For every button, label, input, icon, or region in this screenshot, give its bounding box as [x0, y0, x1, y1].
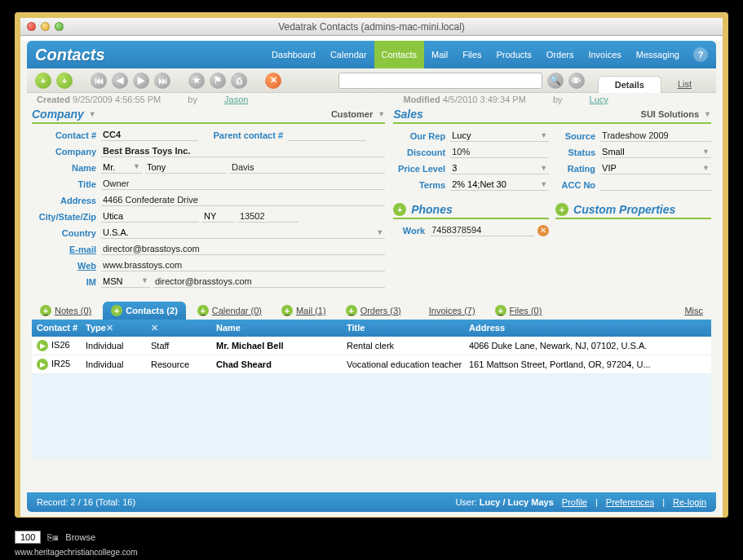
price-level-field[interactable]: 3▼: [450, 162, 549, 174]
work-phone[interactable]: 7458378594: [430, 224, 534, 236]
terms-field[interactable]: 2% 14;Net 30▼: [450, 179, 549, 191]
grid-header: Contact # Type✕ ✕ Name Title Address: [32, 320, 711, 337]
print-icon[interactable]: ⎙: [231, 73, 247, 89]
first-icon[interactable]: ⏮: [91, 73, 107, 89]
first-name[interactable]: Tony: [145, 161, 227, 174]
eye-icon[interactable]: 👁: [568, 73, 585, 89]
next-icon[interactable]: ▶: [133, 73, 149, 89]
nav-orders[interactable]: Orders: [539, 41, 582, 68]
search-icon[interactable]: 🔍: [547, 73, 564, 89]
row-arrow-icon[interactable]: ▶: [37, 359, 48, 370]
last-icon[interactable]: ⏭: [154, 73, 170, 89]
tab-list[interactable]: List: [661, 76, 708, 93]
prev-icon[interactable]: ◀: [112, 73, 128, 89]
state-field[interactable]: NY: [202, 210, 235, 223]
nav-products[interactable]: Products: [489, 41, 538, 68]
window-titlebar: Vedatrak Contacts (admins-mac-mini.local…: [20, 18, 723, 36]
prefs-link[interactable]: Preferences: [606, 497, 654, 507]
country-field[interactable]: U.S.A.▼: [101, 227, 385, 239]
discount-field[interactable]: 10%: [450, 146, 549, 158]
source-field[interactable]: Tradeshow 2009: [600, 130, 711, 142]
section-custom: +Custom Properties: [555, 201, 711, 219]
section-phones: +Phones: [393, 201, 549, 219]
email-field[interactable]: director@brasstoys.com: [101, 243, 385, 255]
profile-link[interactable]: Profile: [562, 497, 587, 507]
add-phone-icon[interactable]: +: [393, 203, 406, 216]
search-input[interactable]: [338, 73, 542, 89]
zoom-level[interactable]: 100: [15, 531, 41, 544]
status-field[interactable]: Small▼: [600, 146, 711, 158]
rating-field[interactable]: VIP▼: [600, 162, 711, 174]
delete-phone-icon[interactable]: ✕: [537, 225, 549, 236]
modified-by-link[interactable]: Lucy: [590, 95, 608, 104]
add-multi-button[interactable]: +: [56, 73, 73, 89]
app-brand: Contacts: [35, 46, 105, 64]
row-arrow-icon[interactable]: ▶: [37, 340, 48, 351]
nav-messaging[interactable]: Messaging: [629, 41, 687, 68]
sub-tabs: +Notes (0) +Contacts (2) +Calendar (0) +…: [32, 302, 711, 320]
subtab-mail[interactable]: +Mail (1): [273, 302, 334, 320]
subtab-calendar[interactable]: +Calendar (0): [189, 302, 270, 320]
created-by-link[interactable]: Jason: [224, 95, 248, 104]
nav-contacts[interactable]: Contacts: [374, 41, 424, 68]
add-custom-icon[interactable]: +: [555, 203, 568, 216]
section-sales: Sales SUI Solutions▼: [393, 106, 711, 124]
status-bar: Record: 2 / 16 (Total: 16) User: Lucy / …: [27, 492, 716, 512]
subtab-misc[interactable]: Misc: [676, 302, 711, 319]
acc-field[interactable]: [600, 179, 711, 191]
name-prefix[interactable]: Mr.▼: [101, 161, 142, 174]
last-name[interactable]: Davis: [230, 161, 385, 174]
nav-mail[interactable]: Mail: [424, 41, 455, 68]
source-url: www.heritagechristiancollege.com: [15, 548, 138, 557]
table-row[interactable]: ▶IS26 Individual Staff Mr. Michael Bell …: [32, 337, 711, 355]
subtab-notes[interactable]: +Notes (0): [32, 302, 100, 320]
address-field[interactable]: 4466 Confederate Drive: [101, 194, 385, 206]
top-nav: Contacts Dashboard Calendar Contacts Mai…: [27, 41, 716, 68]
parent-contact[interactable]: [288, 129, 366, 141]
help-icon[interactable]: ?: [693, 47, 708, 62]
rep-field[interactable]: Lucy▼: [450, 130, 549, 142]
subtab-orders[interactable]: +Orders (3): [338, 302, 409, 320]
zip-field[interactable]: 13502: [238, 210, 299, 223]
title-field[interactable]: Owner: [101, 178, 385, 190]
delete-button[interactable]: ✕: [265, 73, 281, 89]
tab-details[interactable]: Details: [598, 76, 661, 93]
im-type[interactable]: MSN▼: [101, 276, 150, 288]
city-field[interactable]: Utica: [101, 210, 199, 223]
relogin-link[interactable]: Re-login: [673, 497, 706, 507]
nav-invoices[interactable]: Invoices: [581, 41, 628, 68]
window-title: Vedatrak Contacts (admins-mac-mini.local…: [20, 21, 723, 33]
add-button[interactable]: +: [35, 73, 51, 89]
im-field[interactable]: director@brasstoys.com: [153, 276, 385, 288]
subtab-contacts[interactable]: +Contacts (2): [103, 302, 186, 320]
table-row[interactable]: ▶IR25 Individual Resource Chad Sheard Vo…: [32, 355, 711, 374]
toolbar: + + ⏮ ◀ ▶ ⏭ ★ ⚑ ⎙ ✕ 🔍 👁 Details List: [27, 68, 716, 93]
company-field[interactable]: Best Brass Toys Inc.: [101, 145, 385, 157]
section-company: Company▼ Customer▼: [32, 106, 385, 124]
subtab-files[interactable]: +Files (0): [487, 302, 551, 320]
subtab-invoices[interactable]: Invoices (7): [421, 302, 484, 319]
flag-icon[interactable]: ⚑: [210, 73, 226, 89]
page-footer: 100 ⎘▦ Browse: [15, 531, 95, 544]
contact-no[interactable]: CC4: [101, 129, 198, 141]
nav-calendar[interactable]: Calendar: [323, 41, 374, 68]
meta-row: Created 9/25/2009 4:56:55 PM by Jason Mo…: [37, 95, 706, 104]
record-counter: Record: 2 / 16 (Total: 16): [37, 497, 135, 507]
star-icon[interactable]: ★: [188, 73, 205, 89]
web-field[interactable]: www.brasstoys.com: [101, 259, 385, 271]
nav-dashboard[interactable]: Dashboard: [264, 41, 323, 68]
nav-files[interactable]: Files: [455, 41, 489, 68]
